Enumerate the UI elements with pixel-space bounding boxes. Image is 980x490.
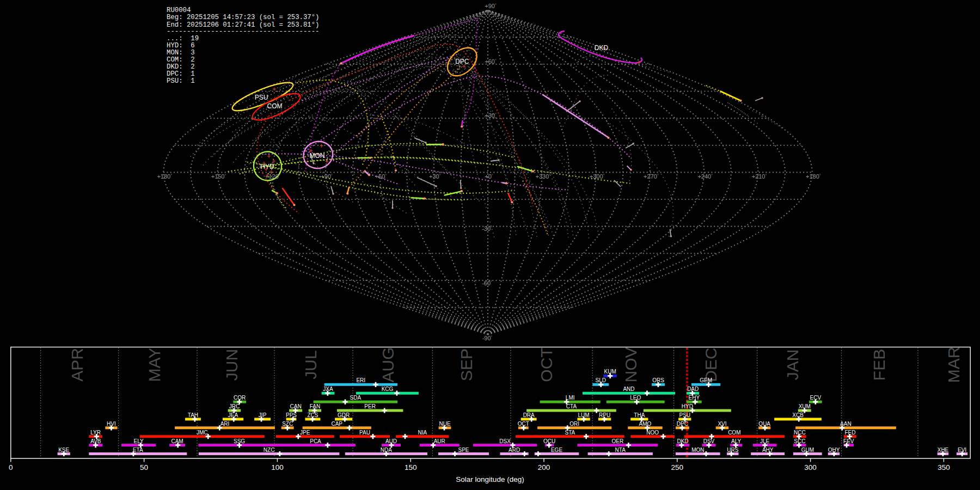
svg-text:MAY: MAY [145,348,163,382]
svg-text:JMC: JMC [197,430,208,436]
svg-text:HYD: HYD [260,163,274,170]
svg-text:PAU: PAU [359,430,370,436]
svg-text:NCC: NCC [794,430,806,436]
svg-text:ERI: ERI [356,377,365,383]
svg-text:DPC: DPC [455,58,469,65]
svg-text:OER: OER [612,438,624,444]
svg-text:+180°: +180° [806,173,821,180]
svg-text:PSU: PSU [255,94,268,101]
svg-text:DSX: DSX [499,438,511,444]
svg-text:NUE: NUE [439,421,450,427]
svg-text:CAM: CAM [171,438,183,444]
svg-text:ELY: ELY [134,438,144,444]
svg-text:EGE: EGE [551,447,562,453]
svg-text:DRA: DRA [523,412,535,418]
svg-text:...: 19: ...: 19 [167,35,199,42]
svg-text:NDA: NDA [381,447,392,453]
svg-text:NIA: NIA [418,430,427,436]
svg-text:AND: AND [623,386,634,392]
svg-text:AAN: AAN [840,421,852,427]
svg-text:AMO: AMO [639,421,652,427]
svg-text:PSU: PSU [679,412,691,418]
svg-text:ETA: ETA [133,447,143,453]
svg-text:DEC: DEC [702,347,720,382]
svg-text:AUR: AUR [434,438,445,444]
svg-text:URS: URS [727,447,738,453]
svg-text:HYD: 6: HYD: 6 [167,42,195,50]
svg-text:XCB: XCB [792,412,804,418]
svg-text:MON: MON [310,152,325,160]
svg-text:+60°: +60° [485,58,497,65]
svg-text:AUD: AUD [385,438,397,444]
svg-text:100: 100 [271,463,284,471]
svg-text:OCT: OCT [518,421,529,427]
svg-text:Solar longitude (deg): Solar longitude (deg) [456,475,524,483]
svg-text:+90°: +90° [321,173,333,180]
svg-text:LUM: LUM [578,412,590,418]
svg-text:SPE: SPE [458,447,469,453]
svg-text:SCC: SCC [794,438,805,444]
svg-text:CAP: CAP [331,421,342,427]
svg-text:DKD: 2: DKD: 2 [167,63,195,71]
svg-text:+150°: +150° [211,173,226,180]
svg-text:JXA: JXA [323,386,333,392]
svg-text:APR: APR [68,348,86,382]
svg-text:DKD: DKD [595,44,609,52]
svg-text:EHY: EHY [689,395,700,401]
svg-text:------------------------------: -------------------------------------- [167,28,319,35]
svg-text:ORI: ORI [569,421,579,427]
svg-text:AVB: AVB [90,438,101,444]
svg-text:JIP: JIP [259,412,267,418]
svg-text:JLE: JLE [760,438,770,444]
svg-text:OHY: OHY [828,447,840,453]
svg-text:+240°: +240° [697,173,713,180]
svg-text:DPC: 1: DPC: 1 [167,70,195,78]
svg-text:SZC: SZC [282,421,293,427]
svg-text:XUM: XUM [799,403,811,409]
svg-text:KSE: KSE [58,447,69,453]
svg-text:RU0004: RU0004 [167,7,191,14]
svg-text:GDR: GDR [338,412,350,418]
svg-text:MON: 3: MON: 3 [167,49,195,57]
svg-text:LYR: LYR [90,430,101,436]
svg-text:TAH: TAH [188,412,198,418]
svg-text:DAD: DAD [687,386,699,392]
svg-text:NOO: NOO [646,430,659,436]
svg-text:+30°: +30° [485,112,497,119]
svg-text:NZC: NZC [264,447,275,453]
svg-text:COM: COM [267,102,283,110]
svg-text:COM: COM [728,430,740,436]
svg-text:COM: 2: COM: 2 [167,56,195,64]
svg-text:LMI: LMI [566,395,575,401]
svg-text:DSV: DSV [703,438,715,444]
svg-text:PCA: PCA [310,438,321,444]
svg-text:JUN: JUN [223,349,241,381]
svg-text:OCT: OCT [537,347,555,382]
svg-text:KCG: KCG [382,386,394,392]
svg-text:FED: FED [844,430,855,436]
svg-text:SEP: SEP [457,348,475,381]
svg-text:ALY: ALY [731,438,741,444]
svg-text:CTA: CTA [566,403,577,409]
svg-text:+270°: +270° [644,173,659,180]
svg-text:FEB: FEB [870,349,888,381]
svg-text:KUM: KUM [604,369,616,375]
svg-text:XVI: XVI [718,421,726,427]
svg-text:PSU: 1: PSU: 1 [167,77,195,85]
svg-text:COR: COR [234,395,246,401]
svg-text:SDA: SDA [350,395,362,401]
svg-text:MON: MON [691,447,704,453]
svg-text:DPC: DPC [677,421,688,427]
svg-text:HVI: HVI [107,421,116,427]
svg-text:JAN: JAN [783,350,801,381]
svg-text:+30°: +30° [429,173,441,180]
svg-text:FEV: FEV [843,438,854,444]
svg-text:OCU: OCU [543,438,555,444]
svg-text:AUG: AUG [379,347,397,382]
svg-text:EVI: EVI [958,447,966,453]
svg-text:+120°: +120° [265,173,280,180]
svg-text:ARD: ARD [509,447,520,453]
svg-text:XHE: XHE [938,447,949,453]
svg-text:0: 0 [9,463,13,471]
svg-text:350: 350 [938,463,950,471]
